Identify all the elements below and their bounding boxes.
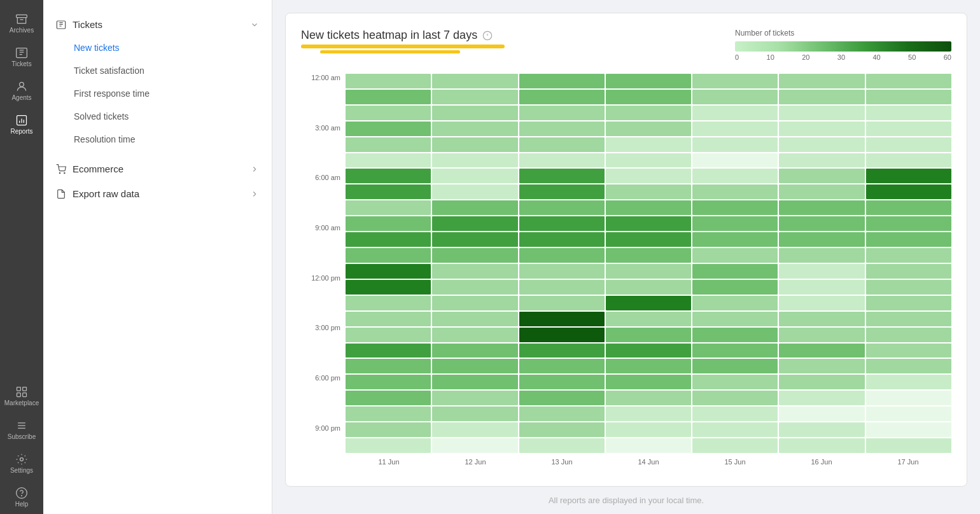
heatmap-cell[interactable] xyxy=(432,184,517,199)
heatmap-cell[interactable] xyxy=(346,344,431,358)
heatmap-cell[interactable] xyxy=(866,232,951,247)
heatmap-cell[interactable] xyxy=(692,375,778,389)
heatmap-cell[interactable] xyxy=(692,264,778,279)
heatmap-cell[interactable] xyxy=(346,296,431,310)
heatmap-cell[interactable] xyxy=(606,122,691,136)
heatmap-cell[interactable] xyxy=(779,137,864,152)
heatmap-cell[interactable] xyxy=(346,74,431,88)
heatmap-cell[interactable] xyxy=(432,359,517,373)
heatmap-cell[interactable] xyxy=(692,406,778,421)
heatmap-cell[interactable] xyxy=(432,122,517,136)
heatmap-cell[interactable] xyxy=(432,248,517,263)
heatmap-cell[interactable] xyxy=(606,296,691,310)
heatmap-cell[interactable] xyxy=(866,391,951,405)
heatmap-cell[interactable] xyxy=(779,122,864,136)
heatmap-cell[interactable] xyxy=(606,90,691,104)
sidebar-item-archives[interactable]: Archives xyxy=(0,6,43,40)
heatmap-cell[interactable] xyxy=(779,184,864,199)
heatmap-cell[interactable] xyxy=(346,122,431,136)
heatmap-cell[interactable] xyxy=(866,280,951,295)
heatmap-cell[interactable] xyxy=(866,106,951,120)
heatmap-cell[interactable] xyxy=(866,248,951,263)
heatmap-cell[interactable] xyxy=(692,422,778,437)
heatmap-cell[interactable] xyxy=(779,328,864,342)
heatmap-cell[interactable] xyxy=(432,90,517,104)
heatmap-cell[interactable] xyxy=(779,280,864,295)
heatmap-cell[interactable] xyxy=(866,74,951,88)
heatmap-cell[interactable] xyxy=(866,122,951,136)
heatmap-cell[interactable] xyxy=(779,422,864,437)
heatmap-cell[interactable] xyxy=(432,438,517,453)
heatmap-cell[interactable] xyxy=(346,169,431,183)
heatmap-cell[interactable] xyxy=(519,391,605,405)
heatmap-cell[interactable] xyxy=(779,375,864,389)
heatmap-cell[interactable] xyxy=(606,184,691,199)
heatmap-cell[interactable] xyxy=(606,216,691,231)
heatmap-cell[interactable] xyxy=(606,232,691,247)
heatmap-cell[interactable] xyxy=(692,90,778,104)
nav-item-new-tickets[interactable]: New tickets xyxy=(43,36,272,59)
heatmap-cell[interactable] xyxy=(779,359,864,373)
heatmap-cell[interactable] xyxy=(519,153,605,168)
heatmap-cell[interactable] xyxy=(779,344,864,358)
heatmap-cell[interactable] xyxy=(346,359,431,373)
heatmap-cell[interactable] xyxy=(692,74,778,88)
heatmap-cell[interactable] xyxy=(606,438,691,453)
heatmap-cell[interactable] xyxy=(606,328,691,342)
heatmap-cell[interactable] xyxy=(692,153,778,168)
heatmap-cell[interactable] xyxy=(779,406,864,421)
heatmap-cell[interactable] xyxy=(779,216,864,231)
heatmap-cell[interactable] xyxy=(432,106,517,120)
heatmap-cell[interactable] xyxy=(346,90,431,104)
heatmap-cell[interactable] xyxy=(779,296,864,310)
heatmap-cell[interactable] xyxy=(346,264,431,279)
heatmap-cell[interactable] xyxy=(432,375,517,389)
heatmap-cell[interactable] xyxy=(692,216,778,231)
nav-item-solved-tickets[interactable]: Solved tickets xyxy=(43,105,272,128)
info-icon[interactable] xyxy=(482,31,493,41)
heatmap-cell[interactable] xyxy=(606,422,691,437)
heatmap-cell[interactable] xyxy=(606,153,691,168)
heatmap-cell[interactable] xyxy=(866,406,951,421)
heatmap-cell[interactable] xyxy=(432,422,517,437)
heatmap-cell[interactable] xyxy=(346,216,431,231)
heatmap-cell[interactable] xyxy=(692,438,778,453)
heatmap-cell[interactable] xyxy=(346,375,431,389)
heatmap-cell[interactable] xyxy=(866,153,951,168)
heatmap-cell[interactable] xyxy=(606,200,691,215)
heatmap-cell[interactable] xyxy=(692,280,778,295)
heatmap-cell[interactable] xyxy=(432,232,517,247)
heatmap-cell[interactable] xyxy=(866,169,951,183)
heatmap-cell[interactable] xyxy=(692,106,778,120)
heatmap-cell[interactable] xyxy=(779,248,864,263)
heatmap-cell[interactable] xyxy=(779,232,864,247)
heatmap-cell[interactable] xyxy=(692,200,778,215)
heatmap-cell[interactable] xyxy=(692,122,778,136)
heatmap-cell[interactable] xyxy=(346,200,431,215)
heatmap-cell[interactable] xyxy=(779,264,864,279)
sidebar-item-marketplace[interactable]: Marketplace xyxy=(0,379,43,413)
sidebar-item-settings[interactable]: Settings xyxy=(0,447,43,480)
export-section-header[interactable]: Export raw data xyxy=(43,182,272,205)
heatmap-cell[interactable] xyxy=(692,248,778,263)
heatmap-cell[interactable] xyxy=(519,328,605,342)
nav-item-first-response-time[interactable]: First response time xyxy=(43,82,272,105)
heatmap-cell[interactable] xyxy=(692,232,778,247)
heatmap-cell[interactable] xyxy=(346,106,431,120)
heatmap-cell[interactable] xyxy=(692,296,778,310)
sidebar-item-subscribe[interactable]: Subscribe xyxy=(0,413,43,447)
heatmap-cell[interactable] xyxy=(779,169,864,183)
heatmap-cell[interactable] xyxy=(779,312,864,326)
heatmap-cell[interactable] xyxy=(519,344,605,358)
heatmap-cell[interactable] xyxy=(779,391,864,405)
heatmap-cell[interactable] xyxy=(606,344,691,358)
heatmap-cell[interactable] xyxy=(606,248,691,263)
heatmap-cell[interactable] xyxy=(866,137,951,152)
heatmap-cell[interactable] xyxy=(866,328,951,342)
heatmap-cell[interactable] xyxy=(519,216,605,231)
heatmap-cell[interactable] xyxy=(606,312,691,326)
heatmap-cell[interactable] xyxy=(606,391,691,405)
heatmap-cell[interactable] xyxy=(779,153,864,168)
heatmap-cell[interactable] xyxy=(346,438,431,453)
heatmap-cell[interactable] xyxy=(692,169,778,183)
